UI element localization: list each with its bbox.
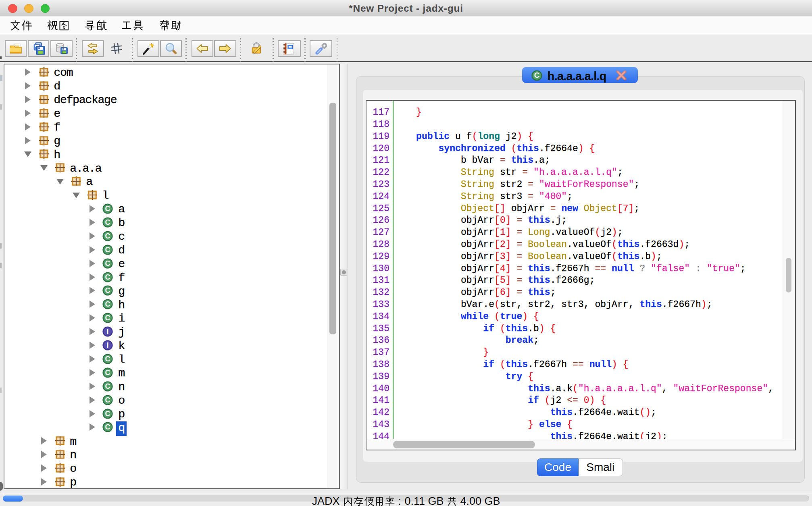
svg-text:C: C [105, 423, 110, 431]
svg-text:C: C [105, 205, 110, 213]
svg-text:C: C [105, 382, 110, 390]
svg-text:I: I [106, 328, 108, 336]
svg-text:C: C [105, 409, 110, 417]
svg-text:C: C [105, 300, 110, 308]
svg-text:C: C [105, 232, 110, 240]
svg-text:C: C [534, 71, 539, 80]
svg-text:C: C [105, 368, 110, 376]
svg-text:C: C [105, 314, 110, 322]
svg-text:C: C [105, 355, 110, 363]
svg-text:C: C [105, 259, 110, 267]
svg-text:I: I [106, 341, 108, 349]
svg-text:C: C [105, 218, 110, 226]
svg-text:C: C [105, 245, 110, 253]
svg-text:C: C [105, 286, 110, 294]
svg-text:C: C [105, 273, 110, 281]
svg-text:C: C [105, 396, 110, 404]
